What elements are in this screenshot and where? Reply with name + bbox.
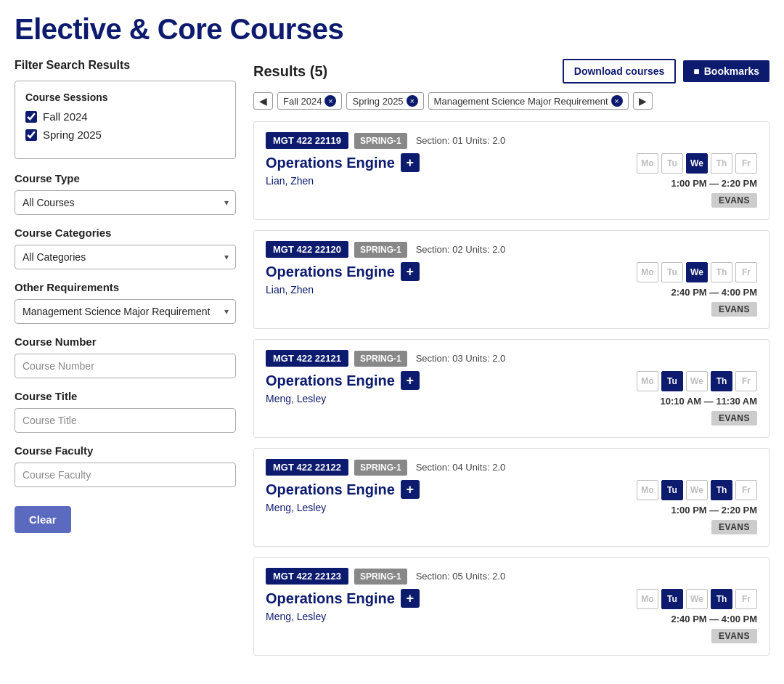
session-badge: SPRING-1 <box>354 242 407 258</box>
session-badge: SPRING-1 <box>354 133 407 149</box>
filter-nav-right[interactable]: ▶ <box>633 92 653 110</box>
session-checkbox-spring2025[interactable] <box>25 129 37 141</box>
results-header: Results (5) Download courses ■ Bookmarks <box>253 59 769 84</box>
course-type-section: Course Type All Courses Core Elective ▾ <box>15 172 236 215</box>
section-info: Section: 03 Units: 2.0 <box>416 353 506 364</box>
day-box-th: Th <box>711 262 732 282</box>
course-title-input[interactable] <box>15 408 236 433</box>
card-right: MoTuWeThFr1:00 PM — 2:20 PMEVANS <box>612 480 757 534</box>
add-course-button[interactable]: + <box>401 589 420 608</box>
day-box-mo: Mo <box>637 262 658 282</box>
filter-tag-label: Spring 2025 <box>352 96 403 107</box>
add-course-button[interactable]: + <box>401 262 420 281</box>
filter-nav-left-icon[interactable]: ◀ <box>259 95 267 107</box>
day-box-fr: Fr <box>735 480 757 500</box>
sessions-label: Course Sessions <box>25 91 225 103</box>
filter-remove-button[interactable]: × <box>324 95 336 107</box>
card-top-row: MGT 422 22122SPRING-1Section: 04 Units: … <box>266 459 757 476</box>
day-box-tu: Tu <box>661 480 683 500</box>
session-badge: SPRING-1 <box>354 351 407 367</box>
day-box-mo: Mo <box>637 371 658 391</box>
card-top-row: MGT 422 22123SPRING-1Section: 05 Units: … <box>266 568 757 585</box>
card-left: Operations Engine+Lian, Zhen <box>266 262 612 296</box>
clear-button[interactable]: Clear <box>15 506 71 533</box>
filter-tag-f2: Spring 2025× <box>346 92 423 110</box>
course-title-link[interactable]: Operations Engine <box>266 155 395 171</box>
session-checkbox-fall2024[interactable] <box>25 111 37 123</box>
bookmarks-label: Bookmarks <box>704 65 759 77</box>
course-number-input[interactable] <box>15 354 236 378</box>
room-badge: EVANS <box>711 411 757 426</box>
add-course-button[interactable]: + <box>401 480 420 499</box>
course-title-row: Operations Engine+ <box>266 262 612 281</box>
days-row: MoTuWeThFr <box>637 589 757 609</box>
card-left: Operations Engine+Lian, Zhen <box>266 153 612 187</box>
course-title-link[interactable]: Operations Engine <box>266 372 395 389</box>
day-box-we: We <box>686 589 708 609</box>
course-categories-select[interactable]: All Categories Analytics Finance Managem… <box>15 245 236 269</box>
header-actions: Download courses ■ Bookmarks <box>563 59 769 84</box>
card-body: Operations Engine+Lian, ZhenMoTuWeThFr1:… <box>266 153 757 208</box>
faculty-link[interactable]: Meng, Lesley <box>266 393 326 404</box>
course-card: MGT 422 22120SPRING-1Section: 02 Units: … <box>253 230 769 329</box>
course-title-row: Operations Engine+ <box>266 480 612 499</box>
add-course-button[interactable]: + <box>401 371 420 390</box>
course-title-link[interactable]: Operations Engine <box>266 481 395 498</box>
faculty-link[interactable]: Lian, Zhen <box>266 284 314 296</box>
course-card: MGT 422 22122SPRING-1Section: 04 Units: … <box>253 448 769 547</box>
card-left: Operations Engine+Meng, Lesley <box>266 589 612 622</box>
course-type-select-wrapper: All Courses Core Elective ▾ <box>15 190 236 215</box>
faculty-link[interactable]: Lian, Zhen <box>266 175 314 187</box>
bookmarks-button[interactable]: ■ Bookmarks <box>683 60 769 82</box>
day-box-fr: Fr <box>735 371 757 391</box>
course-number-badge: MGT 422 22122 <box>266 459 348 476</box>
day-box-th: Th <box>711 153 732 174</box>
course-number-badge: MGT 422 22123 <box>266 568 348 585</box>
course-number-label: Course Number <box>15 335 236 348</box>
add-course-button[interactable]: + <box>401 153 420 172</box>
filter-remove-button[interactable]: × <box>407 95 418 107</box>
session-checkbox-row: Spring 2025 <box>25 129 225 141</box>
card-right: MoTuWeThFr10:10 AM — 11:30 AMEVANS <box>612 371 757 426</box>
filter-nav-right-icon[interactable]: ▶ <box>639 95 647 107</box>
day-box-tu: Tu <box>661 371 683 391</box>
course-categories-label: Course Categories <box>15 227 236 239</box>
filter-remove-button[interactable]: × <box>611 95 623 107</box>
courses-list: MGT 422 22119SPRING-1Section: 01 Units: … <box>253 121 769 656</box>
day-box-mo: Mo <box>637 153 658 174</box>
faculty-link[interactable]: Meng, Lesley <box>266 502 326 513</box>
session-label-spring2025[interactable]: Spring 2025 <box>43 129 102 141</box>
filter-nav-left[interactable]: ◀ <box>253 92 273 110</box>
course-title-row: Operations Engine+ <box>266 589 612 608</box>
course-faculty-label: Course Faculty <box>15 444 236 457</box>
other-requirements-label: Other Requirements <box>15 281 236 293</box>
session-badge: SPRING-1 <box>354 460 407 476</box>
day-box-fr: Fr <box>735 589 757 609</box>
main-layout: Filter Search Results Course Sessions Fa… <box>15 59 769 666</box>
session-label-fall2024[interactable]: Fall 2024 <box>43 110 88 123</box>
time-range: 2:40 PM — 4:00 PM <box>671 614 758 624</box>
course-number-badge: MGT 422 22120 <box>266 241 348 258</box>
day-box-th: Th <box>711 589 732 609</box>
other-requirements-select-wrapper: None Management Science Major Requiremen… <box>15 299 236 324</box>
course-categories-section: Course Categories All Categories Analyti… <box>15 227 236 269</box>
course-card: MGT 422 22119SPRING-1Section: 01 Units: … <box>253 121 769 220</box>
card-top-row: MGT 422 22120SPRING-1Section: 02 Units: … <box>266 241 757 258</box>
course-type-select[interactable]: All Courses Core Elective <box>15 190 236 215</box>
day-box-we: We <box>686 262 708 282</box>
course-title-link[interactable]: Operations Engine <box>266 590 395 607</box>
course-number-section: Course Number <box>15 335 236 378</box>
faculty-link[interactable]: Meng, Lesley <box>266 611 326 622</box>
course-title-section: Course Title <box>15 390 236 433</box>
other-requirements-select[interactable]: None Management Science Major Requiremen… <box>15 299 236 324</box>
course-faculty-input[interactable] <box>15 463 236 487</box>
time-range: 10:10 AM — 11:30 AM <box>661 396 757 407</box>
course-title-label: Course Title <box>15 390 236 402</box>
day-box-th: Th <box>711 480 732 500</box>
course-title-link[interactable]: Operations Engine <box>266 264 395 280</box>
filter-heading: Filter Search Results <box>15 59 236 72</box>
download-button[interactable]: Download courses <box>563 59 676 84</box>
card-top-row: MGT 422 22121SPRING-1Section: 03 Units: … <box>266 350 757 367</box>
course-categories-select-wrapper: All Categories Analytics Finance Managem… <box>15 245 236 269</box>
bookmark-icon: ■ <box>693 65 699 77</box>
